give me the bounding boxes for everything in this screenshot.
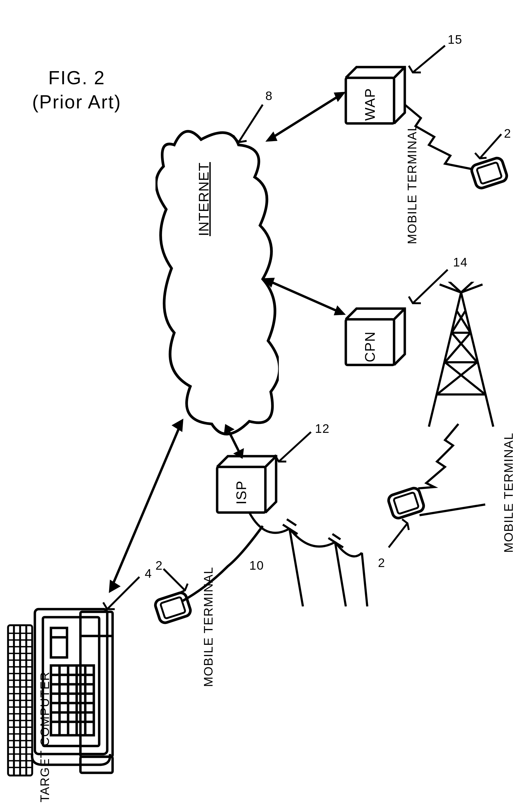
callout-mobile-cpn: 2 — [378, 555, 385, 570]
diagram-canvas: FIG. 2 (Prior Art) INTERNET 8 WAP 15 — [0, 0, 523, 812]
svg-line-40 — [279, 432, 311, 462]
svg-line-46 — [287, 519, 296, 525]
mobile-label-isp: MOBILE TERMINAL — [201, 567, 216, 687]
callout-wap: 15 — [448, 32, 463, 47]
target-computer-tower — [72, 606, 121, 778]
svg-line-9 — [480, 134, 501, 158]
internet-cloud — [156, 129, 279, 437]
svg-line-37 — [229, 432, 239, 451]
mobile-label-cpn: MOBILE TERMINAL — [501, 433, 516, 553]
svg-line-12 — [271, 282, 338, 311]
svg-line-43 — [362, 553, 367, 606]
arrow-cpn-internet — [263, 274, 346, 319]
callout-mobile-wap: 2 — [504, 126, 511, 141]
internet-label: INTERNET — [196, 162, 212, 236]
svg-marker-14 — [334, 305, 346, 315]
svg-line-3 — [273, 97, 338, 137]
lead-mobile-cpn — [418, 502, 488, 523]
wireless-cpn — [415, 421, 472, 491]
svg-line-11 — [394, 309, 405, 319]
cell-tower — [410, 282, 512, 437]
callout-isp: 12 — [315, 421, 330, 436]
svg-line-51 — [113, 427, 180, 585]
svg-rect-32 — [394, 492, 419, 514]
svg-line-16 — [429, 293, 461, 427]
callout-arrow-mobile-cpn — [383, 518, 426, 561]
callout-target: 4 — [145, 566, 152, 581]
figure-title: FIG. 2 — [48, 67, 105, 89]
svg-rect-49 — [160, 597, 186, 619]
svg-rect-70 — [80, 757, 113, 773]
svg-line-6 — [413, 46, 445, 72]
cpn-label: CPN — [362, 331, 378, 362]
target-computer-keyboard — [5, 623, 35, 781]
svg-line-34 — [389, 523, 408, 548]
callout-cpn: 14 — [453, 255, 468, 270]
svg-rect-57 — [51, 628, 67, 657]
svg-line-17 — [461, 293, 493, 427]
svg-line-33 — [419, 504, 485, 515]
figure-subtitle: (Prior Art) — [32, 91, 121, 113]
mobile-label-wap: MOBILE TERMINAL — [405, 124, 419, 244]
target-computer-label: TARGET COMPUTER — [38, 671, 52, 802]
arrow-wap-internet — [265, 83, 346, 150]
arrow-isp-internet — [217, 424, 252, 459]
wap-label: WAP — [362, 88, 378, 121]
svg-line-2 — [394, 67, 405, 78]
svg-rect-71 — [80, 612, 113, 757]
callout-cable: 10 — [249, 558, 264, 573]
svg-line-47 — [332, 534, 340, 539]
svg-marker-13 — [263, 278, 275, 288]
svg-line-0 — [239, 105, 263, 142]
